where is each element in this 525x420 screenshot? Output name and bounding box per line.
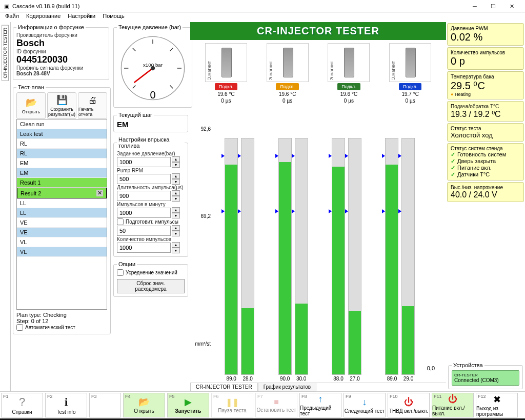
test-item[interactable]: VL <box>17 247 107 257</box>
menu-help[interactable]: Помощь <box>103 13 125 22</box>
f3-button[interactable]: F3 <box>89 393 121 417</box>
options: Опции Усреднение значений Сброс знач. ра… <box>113 261 188 297</box>
injector: Э.магнитПодкл.19.6 °C0 µs <box>265 43 311 104</box>
injector-info: Информация о форсунке Производитель форс… <box>13 24 109 80</box>
nozzle-icon <box>283 48 293 77</box>
printer-icon: 🖨 <box>88 95 97 106</box>
f6-button[interactable]: F6❚❚Пауза теста <box>211 393 253 417</box>
svg-point-10 <box>151 66 155 70</box>
f9-button[interactable]: F9↓Следующий тест <box>344 393 386 417</box>
current-step: Текущий шаг EM <box>113 112 188 132</box>
test-item[interactable]: Leak test <box>17 129 107 139</box>
f2-button[interactable]: F2iTest info <box>45 393 87 417</box>
f7-button[interactable]: F7■Остановить тест <box>255 393 297 417</box>
power-icon: ⏻ <box>448 394 457 405</box>
test-item[interactable]: RL <box>17 149 107 158</box>
bar-group: 90.030.0 <box>278 106 308 382</box>
open-button[interactable]: 📂Открыть <box>16 92 46 119</box>
duration-input[interactable] <box>117 191 171 201</box>
f5-button[interactable]: F5▶Запустить <box>167 393 209 417</box>
ipm-input[interactable] <box>117 208 171 218</box>
test-item[interactable]: Clean run <box>17 119 107 129</box>
fkey-bar: F1?Справки F2iTest info F3 F4📂Открыть F5… <box>0 391 525 418</box>
voltage-card: Выс./низ. напряжение40.0 / 24.0 V <box>447 182 524 202</box>
nozzle-icon <box>344 48 354 77</box>
supply-return-card: Подача/обратка T°С19.3 / 19.2 ⁰C <box>447 101 524 122</box>
exit-icon: ✖ <box>493 394 501 405</box>
tab-graph[interactable]: График результатов <box>258 383 317 391</box>
power-icon: ⏻ <box>404 397 413 408</box>
minimize-button[interactable]: ─ <box>466 1 484 11</box>
f10-button[interactable]: F10⏻ТНВД вкл./выкл. <box>388 393 430 417</box>
count-input[interactable] <box>117 243 171 253</box>
connect-button[interactable]: Подкл. <box>276 83 298 90</box>
test-item[interactable]: EM <box>17 168 107 178</box>
y-axis-label: mm³/st <box>193 341 211 347</box>
tab-tester[interactable]: CR-INJECTOR TESTER <box>190 383 258 391</box>
close-icon[interactable]: ✕ <box>96 190 103 196</box>
pwm-card: Давление PWM0.02 % <box>447 23 524 46</box>
vertical-tab[interactable]: CR-INJECTOR TESTER <box>0 22 11 391</box>
bar <box>241 138 254 375</box>
injector-maker: Bosch <box>16 38 106 49</box>
reset-flowmeter-button[interactable]: Сброс знач. расходомера <box>117 279 185 293</box>
rpm-input[interactable] <box>117 174 171 184</box>
bar <box>401 138 415 375</box>
test-item[interactable]: LL <box>17 208 107 218</box>
bar <box>225 138 238 375</box>
f12-button[interactable]: F12✖Выход из программы <box>476 393 518 417</box>
test-item[interactable]: Result 2✕ <box>17 188 107 198</box>
connect-button[interactable]: Подкл. <box>215 83 237 90</box>
close-button[interactable]: ✕ <box>502 1 521 11</box>
bar <box>332 138 345 375</box>
print-report-button[interactable]: 🖨Печать отчета <box>78 92 107 119</box>
pressure-gauge: Текущее давление (bar) x100 bar 0 <box>113 24 192 108</box>
maximize-button[interactable]: ☐ <box>484 1 502 11</box>
bar-group: 88.027.0 <box>332 106 361 382</box>
window-title: Cascade v0.18.9 (build 11) <box>12 3 466 9</box>
result-tabs: CR-INJECTOR TESTER График результатов <box>190 383 446 391</box>
arrow-up-icon: ↑ <box>318 394 323 405</box>
auto-test-checkbox[interactable]: Автоматический тест <box>16 324 107 331</box>
pressure-input[interactable] <box>117 157 171 167</box>
avg-checkbox[interactable]: Усреднение значений <box>117 269 185 276</box>
test-item[interactable]: VE <box>17 218 107 228</box>
f8-button[interactable]: F8↑Предыдущий тест <box>299 393 341 417</box>
test-item[interactable]: VL <box>17 237 107 247</box>
bar <box>348 138 361 375</box>
arrow-down-icon: ↓ <box>362 397 367 408</box>
prep-checkbox[interactable]: Подготовит. импульсы <box>117 218 185 225</box>
injector: Э.магнитПодкл.19.6 °C0 µs <box>203 43 249 104</box>
center-pane: CR-INJECTOR TESTER Э.магнитПодкл.19.6 °C… <box>190 22 446 391</box>
test-item[interactable]: Result 1 <box>17 178 107 188</box>
f1-button[interactable]: F1?Справки <box>1 393 43 417</box>
connect-button[interactable]: Подкл. <box>337 83 360 90</box>
nozzle-icon <box>221 48 232 77</box>
bar <box>385 138 398 375</box>
save-results-button[interactable]: 💾Сохранить результат(ы) <box>47 92 76 119</box>
titlebar: ▣ Cascade v0.18.9 (build 11) ─ ☐ ✕ <box>0 0 525 13</box>
system-status-card: Статус систем стенда Готовность систем Д… <box>447 143 524 181</box>
devices: Устройства CR-TESTERConnected (COM3) <box>448 362 523 389</box>
connect-button[interactable]: Подкл. <box>399 83 421 90</box>
prep-input[interactable] <box>117 226 171 236</box>
device-status[interactable]: CR-TESTERConnected (COM3) <box>452 370 519 386</box>
gauge-value: 0 <box>117 89 189 101</box>
injector: Э.магнитПодкл.19.7 °C0 µs <box>387 43 433 104</box>
test-item[interactable]: EM <box>17 158 107 168</box>
test-list[interactable]: Clean runLeak testRLRLEMEMResult 1Result… <box>16 119 107 310</box>
test-item[interactable]: RL <box>17 139 107 149</box>
test-item[interactable]: VE <box>17 228 107 237</box>
nozzle-icon <box>406 48 416 77</box>
test-item[interactable]: LL <box>17 198 107 208</box>
bar-group: 89.028.0 <box>225 106 254 382</box>
f11-button[interactable]: F11⏻Питание вкл./выкл. <box>432 393 474 417</box>
save-icon: 💾 <box>56 94 68 106</box>
f4-button[interactable]: F4📂Открыть <box>123 393 165 417</box>
menu-file[interactable]: Файл <box>5 13 19 22</box>
menu-settings[interactable]: Настройки <box>68 13 95 22</box>
status-card: Статус тестаХолостой ход <box>447 123 524 142</box>
injector-id: 0445120030 <box>16 54 106 65</box>
chart-header: CR-INJECTOR TESTER <box>190 22 446 40</box>
menu-coding[interactable]: Кодирование <box>26 13 60 22</box>
